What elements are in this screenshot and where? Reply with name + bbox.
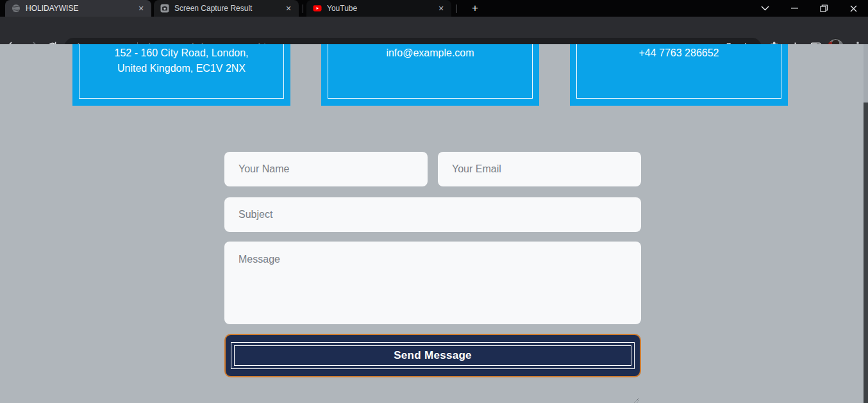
resize-grip-icon[interactable] bbox=[632, 396, 640, 403]
contact-form: Send Message bbox=[224, 152, 641, 377]
close-icon[interactable]: ✕ bbox=[283, 3, 294, 13]
tab-divider bbox=[456, 4, 457, 13]
scrollbar-thumb[interactable] bbox=[864, 44, 868, 103]
browser-toolbar: Not secure demo30.websiteaccess.co.uk/co… bbox=[0, 17, 868, 44]
restore-icon[interactable] bbox=[809, 0, 839, 17]
name-email-row bbox=[224, 152, 641, 186]
send-message-label: Send Message bbox=[394, 349, 472, 362]
phone-text: +44 7763 286652 bbox=[570, 44, 788, 61]
globe-icon bbox=[12, 4, 21, 13]
email-input[interactable] bbox=[438, 152, 641, 186]
browser-window: HOLIDAYWISE ✕ Screen Capture Result ✕ Yo… bbox=[0, 0, 868, 403]
email-text: info@example.com bbox=[321, 44, 539, 61]
minimize-icon[interactable] bbox=[780, 0, 809, 17]
address-text: 152 - 160 City Road, London, United King… bbox=[72, 44, 290, 76]
address-info-card: 152 - 160 City Road, London, United King… bbox=[72, 44, 290, 106]
camera-icon bbox=[160, 4, 169, 13]
youtube-icon bbox=[313, 4, 322, 13]
tab-youtube[interactable]: YouTube ✕ bbox=[306, 0, 451, 17]
new-tab-button[interactable]: + bbox=[467, 2, 483, 15]
message-textarea[interactable] bbox=[224, 242, 641, 324]
email-info-card: info@example.com bbox=[321, 44, 539, 106]
tab-title: YouTube bbox=[327, 4, 436, 13]
tab-title: HOLIDAYWISE bbox=[26, 4, 136, 13]
tab-search-chevron-down-icon[interactable] bbox=[750, 0, 780, 17]
close-icon[interactable]: ✕ bbox=[436, 3, 446, 13]
scrollbar-track[interactable] bbox=[864, 44, 868, 403]
page-content: 152 - 160 City Road, London, United King… bbox=[0, 44, 868, 403]
close-icon[interactable]: ✕ bbox=[136, 3, 146, 13]
tab-title: Screen Capture Result bbox=[174, 4, 283, 13]
send-message-button[interactable]: Send Message bbox=[224, 334, 641, 377]
tab-strip: HOLIDAYWISE ✕ Screen Capture Result ✕ Yo… bbox=[0, 0, 868, 17]
subject-input[interactable] bbox=[224, 197, 641, 232]
message-area-wrap bbox=[224, 242, 641, 324]
window-controls bbox=[750, 0, 868, 17]
tab-holidaywise[interactable]: HOLIDAYWISE ✕ bbox=[5, 0, 151, 17]
name-input[interactable] bbox=[224, 152, 428, 186]
tab-divider bbox=[303, 4, 303, 13]
tab-screen-capture[interactable]: Screen Capture Result ✕ bbox=[154, 0, 299, 17]
phone-info-card: +44 7763 286652 bbox=[570, 44, 788, 106]
close-window-icon[interactable] bbox=[839, 0, 868, 17]
